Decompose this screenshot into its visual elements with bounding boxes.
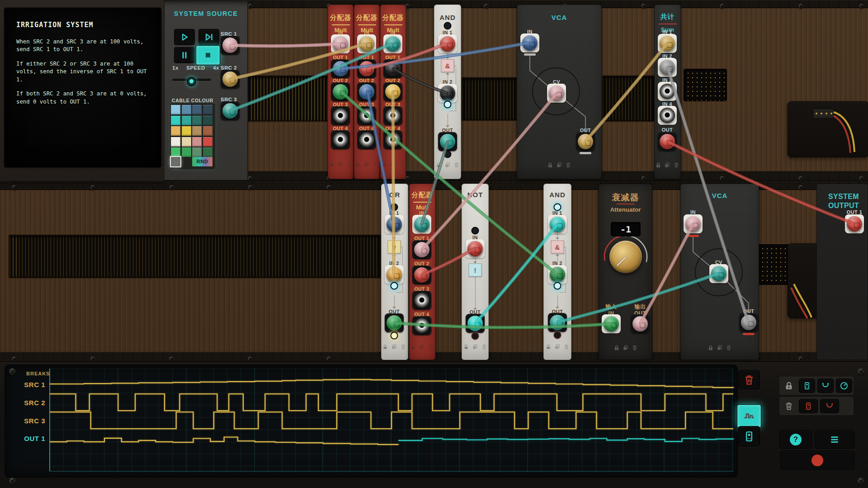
source-src-3-port[interactable] <box>222 103 238 118</box>
module-copy-button[interactable] <box>390 161 396 167</box>
module-copy-button[interactable] <box>444 162 451 168</box>
module-vca-top-in-port[interactable] <box>522 35 538 51</box>
module-mult-2-out-2-port[interactable] <box>359 84 374 99</box>
transport-play-button[interactable] <box>174 29 195 45</box>
module-trash-button[interactable] <box>481 344 487 350</box>
module-vca-top-cv-port[interactable] <box>549 85 564 101</box>
module-or-out-port[interactable] <box>387 315 402 331</box>
module-lock-button[interactable] <box>381 161 387 167</box>
module-vca-mid-cv-port[interactable] <box>711 266 726 281</box>
module-copy-button[interactable] <box>419 344 425 350</box>
module-mult-3-out-4-jack[interactable] <box>385 132 401 147</box>
transport-pause-button[interactable] <box>174 47 195 63</box>
lock-cable-button[interactable] <box>817 379 834 393</box>
speed-slider-knob[interactable] <box>187 77 196 86</box>
module-trash-button[interactable] <box>346 161 353 167</box>
module-trash-button[interactable] <box>726 345 732 351</box>
module-mult-1-out-2-port[interactable] <box>333 84 348 99</box>
module-mult-2-out-3-jack[interactable] <box>359 108 374 123</box>
cable-colour-swatch[interactable] <box>203 116 212 125</box>
module-and-mid-in-1-port[interactable] <box>550 217 565 232</box>
module-mult-mid-out-2-port[interactable] <box>414 267 429 283</box>
module-sum-in-1-port[interactable] <box>660 36 675 51</box>
attenuation-knob[interactable] <box>609 241 642 273</box>
module-lock-button[interactable] <box>463 344 469 350</box>
module-mult-2-out-1-port[interactable] <box>359 61 374 76</box>
module-sum-in-3-jack[interactable] <box>660 84 675 99</box>
module-mult-3-out-3-jack[interactable] <box>385 108 401 123</box>
transport-stop-button[interactable] <box>196 45 220 65</box>
module-vca-top-out-port[interactable] <box>578 134 593 149</box>
delete-breaks-button[interactable] <box>738 370 760 390</box>
module-lock-button[interactable] <box>328 161 335 167</box>
module-trash-button[interactable] <box>373 161 379 167</box>
module-lock-button[interactable] <box>708 345 714 351</box>
module-lock-button[interactable] <box>435 162 442 168</box>
cable-colour-swatch[interactable] <box>192 105 202 114</box>
cable-colour-swatch[interactable] <box>192 116 202 125</box>
module-mult-2-out-4-jack[interactable] <box>359 132 374 147</box>
module-mult-1-out-3-jack[interactable] <box>333 108 348 123</box>
cable-colour-swatch[interactable] <box>203 147 212 157</box>
module-copy-button[interactable] <box>664 162 670 168</box>
module-sum-in-2-port[interactable] <box>660 60 675 75</box>
module-and-top-in-2-port[interactable] <box>440 85 455 101</box>
module-trash-button[interactable] <box>563 344 570 350</box>
module-copy-button[interactable] <box>554 344 561 350</box>
module-attenuator-in-port[interactable] <box>604 316 619 332</box>
module-and-mid-in-2-port[interactable] <box>550 267 565 282</box>
cable-colour-swatch[interactable] <box>192 147 202 157</box>
cable-colour-swatch[interactable] <box>171 105 180 114</box>
module-lock-button[interactable] <box>655 162 661 168</box>
source-src-2-port[interactable] <box>222 71 238 87</box>
source-src-1-port[interactable] <box>222 38 238 53</box>
module-copy-button[interactable] <box>623 345 629 351</box>
cable-colour-swatch[interactable] <box>182 105 191 114</box>
module-mult-1-out-1-port[interactable] <box>333 61 348 76</box>
delete-module-button[interactable] <box>799 399 818 413</box>
module-mult-3-out-1-port[interactable] <box>385 61 401 76</box>
module-copy-button[interactable] <box>391 344 397 350</box>
cable-colour-swatch-selected[interactable] <box>171 157 180 166</box>
menu-button[interactable] <box>815 430 854 449</box>
module-copy-button[interactable] <box>363 161 370 167</box>
module-lock-button[interactable] <box>382 344 388 350</box>
cable-colour-swatch[interactable] <box>182 147 191 157</box>
cable-colour-swatch[interactable] <box>171 147 180 157</box>
delete-cable-button[interactable] <box>820 399 839 413</box>
record-button[interactable] <box>780 450 854 470</box>
module-mult-1-in-port[interactable] <box>333 36 348 52</box>
help-button[interactable]: ? <box>779 430 812 449</box>
transport-step-button[interactable] <box>198 29 219 45</box>
cable-colour-swatch[interactable] <box>203 126 212 136</box>
module-mult-2-in-port[interactable] <box>359 36 374 52</box>
module-or-in-2-port[interactable] <box>387 267 402 282</box>
module-trash-button[interactable] <box>673 162 679 168</box>
module-system-output-out-1-port[interactable] <box>847 216 862 232</box>
modules-view-button[interactable] <box>738 426 760 447</box>
module-trash-button[interactable] <box>453 162 460 168</box>
cable-colour-swatch[interactable] <box>171 116 180 125</box>
lock-knob-button[interactable] <box>836 379 852 393</box>
module-lock-button[interactable] <box>354 161 361 167</box>
module-copy-button[interactable] <box>337 161 344 167</box>
module-trash-button[interactable] <box>399 161 405 167</box>
module-copy-button[interactable] <box>717 345 723 351</box>
module-and-top-out-port[interactable] <box>440 134 455 149</box>
module-mult-mid-out-1-port[interactable] <box>414 242 429 257</box>
module-vca-mid-out-port[interactable] <box>741 315 756 330</box>
module-trash-button[interactable] <box>565 162 571 168</box>
breaks-view-button[interactable] <box>737 404 761 428</box>
module-mult-3-in-port[interactable] <box>385 36 401 52</box>
module-lock-button[interactable] <box>613 345 620 351</box>
module-not-in-port[interactable] <box>467 241 483 256</box>
module-or-in-1-port[interactable] <box>387 217 402 232</box>
cable-colour-swatch[interactable] <box>182 116 191 125</box>
module-lock-button[interactable] <box>547 162 553 168</box>
cable-colour-swatch[interactable] <box>203 137 212 147</box>
cable-colour-swatch[interactable] <box>182 126 191 136</box>
module-mult-3-out-2-port[interactable] <box>385 84 401 99</box>
module-mult-mid-out-3-jack[interactable] <box>414 293 429 308</box>
module-copy-button[interactable] <box>472 344 478 350</box>
module-trash-button[interactable] <box>428 344 434 350</box>
